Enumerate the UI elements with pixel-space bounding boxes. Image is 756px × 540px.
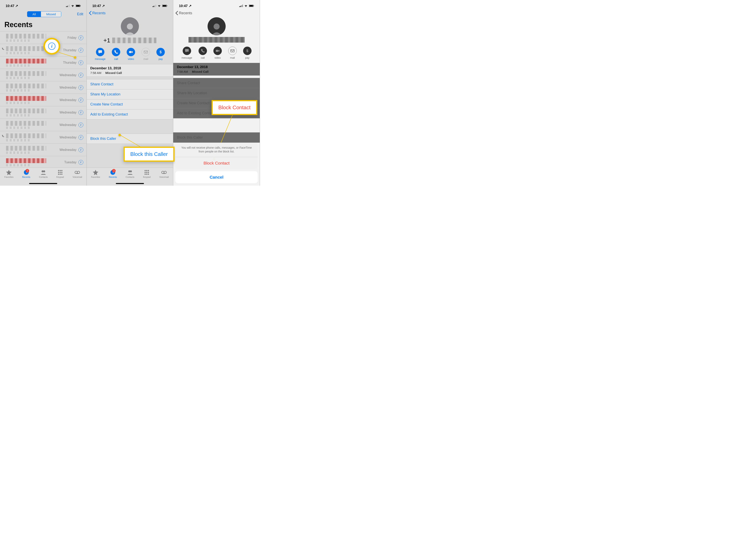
info-button[interactable]: i: [78, 98, 83, 102]
tab-favorites[interactable]: Favorites: [4, 169, 13, 186]
call-button: call: [198, 47, 207, 59]
pay-button[interactable]: $ pay: [157, 48, 165, 61]
info-button[interactable]: i: [78, 48, 83, 53]
svg-rect-51: [241, 5, 242, 7]
create-contact-link[interactable]: Create New Contact: [87, 99, 173, 109]
action-label: call: [114, 58, 118, 61]
contact-number: +1: [87, 37, 173, 44]
redacted-sub: [6, 52, 30, 54]
svg-point-38: [146, 170, 147, 171]
video-button[interactable]: video: [127, 48, 135, 61]
recent-row[interactable]: Wednesdayi: [0, 131, 86, 144]
link-list: Share Contact Share My Location Create N…: [87, 79, 173, 119]
home-indicator[interactable]: [116, 183, 144, 184]
callout-dot: [118, 134, 121, 136]
redacted-name: [6, 83, 46, 88]
info-button[interactable]: i: [78, 147, 83, 152]
edit-button[interactable]: Edit: [77, 12, 83, 16]
block-contact-button[interactable]: Block Contact: [175, 157, 258, 169]
recent-row[interactable]: Wednesdayi: [0, 94, 86, 106]
recents-list[interactable]: FridayiThursdayiThursdayiWednesdayiWedne…: [0, 31, 86, 169]
avatar-icon: [208, 17, 226, 35]
recent-row[interactable]: Wednesdayi: [0, 144, 86, 156]
redacted-number: [112, 38, 157, 43]
info-button[interactable]: i: [78, 60, 83, 65]
call-time: 7:58 AM: [90, 71, 101, 74]
redacted-sub: [6, 139, 30, 141]
share-contact-link[interactable]: Share Contact: [87, 79, 173, 89]
video-icon: [215, 49, 220, 53]
info-button[interactable]: i: [78, 85, 83, 90]
info-button[interactable]: i: [78, 73, 83, 77]
tab-keypad[interactable]: Keypad: [143, 169, 151, 186]
tab-label: Favorites: [91, 176, 100, 178]
recent-row[interactable]: Fridayi: [0, 32, 86, 44]
avatar-icon: [121, 17, 139, 35]
redacted-name: [6, 71, 46, 76]
recent-row[interactable]: Wednesdayi: [0, 69, 86, 81]
action-label: message: [95, 58, 106, 61]
recent-row[interactable]: Thursdayi: [0, 57, 86, 69]
recent-row[interactable]: Wednesdayi: [0, 106, 86, 119]
redacted-sub: [6, 64, 30, 67]
star-icon: [92, 169, 99, 175]
segmented-control[interactable]: All Missed: [27, 11, 61, 17]
nav-row: All Missed Edit: [0, 9, 86, 19]
recent-row[interactable]: Wednesdayi: [0, 81, 86, 94]
back-button[interactable]: Recents: [87, 9, 173, 17]
svg-rect-23: [153, 6, 153, 7]
svg-rect-28: [162, 5, 166, 7]
action-row: message call video mail $ pay: [87, 48, 173, 61]
share-location-link[interactable]: Share My Location: [87, 89, 173, 99]
call-time: 7:58 AM: [177, 70, 188, 73]
segment-missed[interactable]: Missed: [41, 11, 61, 17]
info-button[interactable]: i: [78, 35, 83, 40]
call-history: December 13, 2018 7:58 AM Missed Call: [87, 64, 173, 77]
signal-icon: [239, 5, 243, 7]
svg-point-13: [61, 170, 62, 171]
signal-icon: [153, 5, 156, 7]
svg-rect-52: [242, 5, 243, 7]
action-label: message: [181, 56, 192, 59]
wifi-icon: [158, 5, 161, 7]
add-existing-link[interactable]: Add to Existing Contact: [87, 109, 173, 119]
voicemail-icon: [74, 169, 80, 175]
svg-point-20: [75, 171, 77, 174]
mail-icon: [230, 49, 235, 53]
dollar-icon: $: [245, 49, 250, 53]
segment-all[interactable]: All: [27, 11, 41, 17]
badge: 3: [26, 169, 29, 173]
action-label: mail: [230, 56, 235, 59]
dollar-icon: $: [159, 50, 163, 54]
recent-row[interactable]: Wednesdayi: [0, 119, 86, 131]
info-button[interactable]: i: [78, 160, 83, 165]
call-date: December 13, 2018: [90, 66, 169, 70]
message-button[interactable]: message: [95, 48, 106, 61]
call-button[interactable]: call: [112, 48, 120, 61]
svg-point-40: [145, 172, 146, 173]
redacted-sub: [6, 114, 30, 116]
tab-voicemail[interactable]: Voicemail: [73, 169, 82, 186]
recent-row[interactable]: Tuesdayi: [0, 156, 86, 169]
info-button[interactable]: i: [78, 110, 83, 115]
mail-button: mail: [142, 48, 150, 61]
status-bar: 10:47 ↗: [87, 0, 173, 9]
contact-header: +1: [87, 17, 173, 44]
svg-point-41: [146, 172, 147, 173]
tab-voicemail[interactable]: Voicemail: [159, 169, 168, 186]
svg-point-11: [58, 170, 59, 171]
info-button[interactable]: i: [78, 123, 83, 127]
svg-rect-29: [167, 5, 167, 6]
info-button[interactable]: i: [78, 135, 83, 140]
redacted-name: [6, 46, 46, 51]
cancel-button[interactable]: Cancel: [175, 171, 258, 183]
tab-keypad[interactable]: Keypad: [56, 169, 64, 186]
svg-point-19: [61, 174, 62, 175]
home-indicator[interactable]: [29, 183, 57, 184]
block-caller-link[interactable]: Block this Caller: [87, 134, 173, 144]
svg-rect-31: [129, 51, 132, 53]
tab-favorites[interactable]: Favorites: [91, 169, 100, 186]
svg-point-12: [59, 170, 61, 171]
svg-text:$: $: [160, 50, 162, 54]
message-icon: [98, 50, 102, 54]
